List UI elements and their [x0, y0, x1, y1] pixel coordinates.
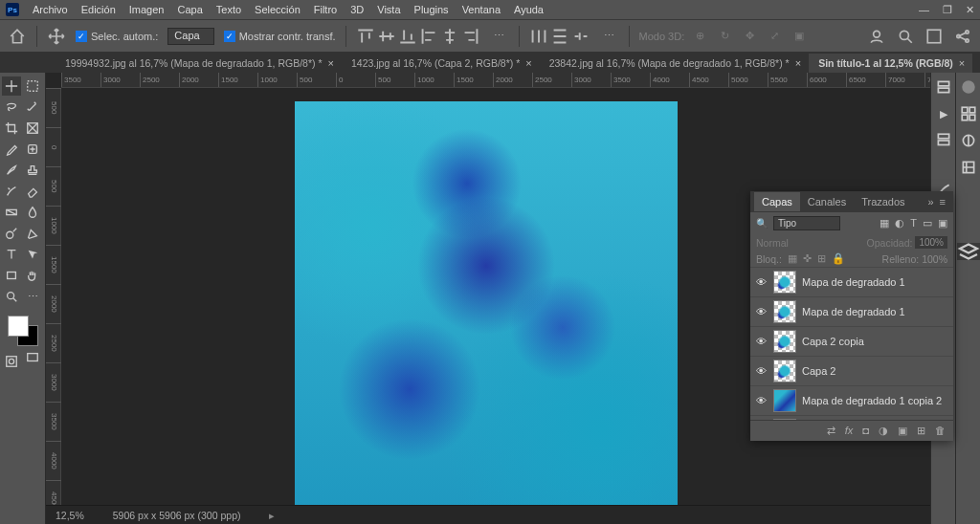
pen-tool[interactable]	[23, 224, 42, 243]
menu-plugins[interactable]: Plugins	[414, 4, 449, 15]
lock-artboard-icon[interactable]: ⊞	[817, 252, 826, 265]
align-right-icon[interactable]	[461, 27, 480, 46]
workspace-icon[interactable]	[924, 27, 944, 46]
swatches-panel-icon[interactable]	[960, 105, 977, 122]
new-adjustment-icon[interactable]: ◑	[879, 425, 888, 437]
document-tab-2[interactable]: 23842.jpg al 16,7% (Mapa de degradado 1,…	[540, 54, 809, 73]
layers-tab[interactable]: Capas	[754, 192, 800, 211]
cloud-share-icon[interactable]	[867, 27, 886, 46]
layer-thumb[interactable]	[773, 419, 796, 420]
layer-style-icon[interactable]: fx	[845, 425, 854, 437]
foreground-swatch[interactable]	[8, 316, 29, 337]
home-icon[interactable]	[8, 27, 27, 46]
dist-space-icon[interactable]	[571, 27, 590, 46]
menu-seleccion[interactable]: Selección	[255, 4, 301, 15]
share-icon[interactable]	[953, 27, 972, 46]
layer-row[interactable]: 👁 Mapa de degradado 1	[750, 267, 953, 296]
layer-thumb[interactable]	[773, 330, 796, 353]
lock-position-icon[interactable]: ✜	[803, 252, 812, 265]
color-swatches[interactable]	[8, 316, 38, 346]
dist-v-icon[interactable]	[550, 27, 569, 46]
actions-panel-icon[interactable]: ▶	[935, 105, 952, 122]
gradient-tool[interactable]	[2, 203, 21, 222]
visibility-icon[interactable]: 👁	[756, 336, 768, 347]
document-tab-0[interactable]: 19994932.jpg al 16,7% (Mapa de degradado…	[56, 54, 342, 73]
panel-collapse-icon[interactable]: »	[927, 196, 933, 207]
dist-h-icon[interactable]	[529, 27, 548, 46]
opacity-field[interactable]: 100%	[915, 236, 947, 249]
delete-layer-icon[interactable]: 🗑	[935, 425, 946, 437]
filter-pixel-icon[interactable]: ▦	[880, 217, 889, 229]
heal-tool[interactable]	[23, 140, 42, 159]
filter-type-icon[interactable]: T	[910, 217, 917, 229]
menu-3d[interactable]: 3D	[350, 4, 364, 15]
close-icon[interactable]: ✕	[966, 4, 974, 16]
paths-tab[interactable]: Trazados	[854, 192, 912, 211]
menu-vista[interactable]: Vista	[377, 4, 400, 15]
new-layer-icon[interactable]: ⊞	[917, 425, 925, 437]
lock-pixels-icon[interactable]: ▦	[788, 252, 797, 265]
rectangle-tool[interactable]	[2, 266, 21, 285]
document-tab-3[interactable]: Sin título-1 al 12,5% (RGB/8)×	[809, 54, 972, 73]
layer-mask-icon[interactable]: ◘	[862, 425, 869, 437]
menu-imagen[interactable]: Imagen	[129, 4, 165, 15]
layer-thumb[interactable]	[773, 300, 796, 323]
zoom-level[interactable]: 12,5%	[56, 510, 84, 521]
stamp-tool[interactable]	[23, 161, 42, 180]
align-vcenter-icon[interactable]	[377, 27, 396, 46]
new-group-icon[interactable]: ▣	[898, 425, 907, 437]
history-brush-tool[interactable]	[2, 182, 21, 201]
tab-close-icon[interactable]: ×	[328, 57, 334, 69]
visibility-icon[interactable]: 👁	[756, 276, 768, 288]
filter-type-dropdown[interactable]: Tipo	[773, 216, 840, 230]
tab-close-icon[interactable]: ×	[795, 57, 801, 69]
lock-all-icon[interactable]: 🔒	[832, 252, 845, 265]
layer-row[interactable]: 👁 Capa 2 copia	[750, 326, 953, 356]
minimize-icon[interactable]: —	[919, 4, 929, 16]
path-tool[interactable]	[23, 245, 42, 264]
menu-texto[interactable]: Texto	[216, 4, 241, 15]
align-bottom-icon[interactable]	[398, 27, 417, 46]
layer-name[interactable]: Capa 2	[802, 365, 835, 377]
visibility-icon[interactable]: 👁	[756, 395, 768, 406]
menu-ventana[interactable]: Ventana	[462, 4, 501, 15]
align-more-icon[interactable]: ⋯	[490, 27, 509, 46]
eyedropper-tool[interactable]	[2, 140, 21, 159]
edit-toolbar-icon[interactable]: ⋯	[23, 287, 42, 306]
menu-edicion[interactable]: Edición	[81, 4, 116, 15]
show-transform-checkbox[interactable]: ✓Mostrar contr. transf.	[224, 31, 336, 42]
search-icon[interactable]	[896, 27, 915, 46]
layer-name[interactable]: Mapa de degradado 1	[802, 276, 905, 288]
color-panel-icon[interactable]	[935, 78, 952, 96]
lasso-tool[interactable]	[2, 98, 21, 117]
filter-adjust-icon[interactable]: ◐	[895, 217, 904, 229]
dist-more-icon[interactable]: ⋯	[600, 27, 619, 46]
menu-capa[interactable]: Capa	[177, 4, 202, 15]
frame-tool[interactable]	[23, 119, 42, 138]
artboard[interactable]	[295, 101, 678, 513]
layer-name[interactable]: Mapa de degradado 1 copia 2	[802, 395, 942, 406]
marquee-tool[interactable]	[23, 76, 42, 96]
blend-mode-dropdown[interactable]: Normal	[756, 237, 789, 249]
document-tab-1[interactable]: 1423.jpg al 16,7% (Capa 2, RGB/8*) *×	[342, 54, 540, 73]
visibility-icon[interactable]: 👁	[756, 365, 768, 377]
visibility-icon[interactable]: 👁	[756, 306, 768, 317]
channels-tab[interactable]: Canales	[800, 192, 854, 211]
menu-ayuda[interactable]: Ayuda	[514, 4, 544, 15]
filter-search-icon[interactable]: 🔍	[756, 218, 768, 229]
restore-icon[interactable]: ❐	[943, 4, 952, 16]
align-left-icon[interactable]	[419, 27, 438, 46]
move-tool[interactable]	[2, 76, 21, 96]
history-panel-icon[interactable]	[935, 132, 952, 149]
auto-select-dropdown[interactable]: Capa	[167, 28, 213, 45]
wand-tool[interactable]	[23, 98, 42, 117]
layer-row[interactable]: 👁 Mapa de degradado 1 copia 2	[750, 385, 953, 415]
menu-archivo[interactable]: Archivo	[33, 4, 68, 15]
link-layers-icon[interactable]: ⇄	[827, 425, 835, 437]
layer-name[interactable]: Capa 2 copia	[802, 336, 864, 347]
zoom-tool[interactable]	[2, 287, 21, 306]
menu-filtro[interactable]: Filtro	[314, 4, 337, 15]
filter-smart-icon[interactable]: ▣	[938, 217, 947, 229]
dodge-tool[interactable]	[2, 224, 21, 243]
tab-close-icon[interactable]: ×	[525, 57, 531, 69]
